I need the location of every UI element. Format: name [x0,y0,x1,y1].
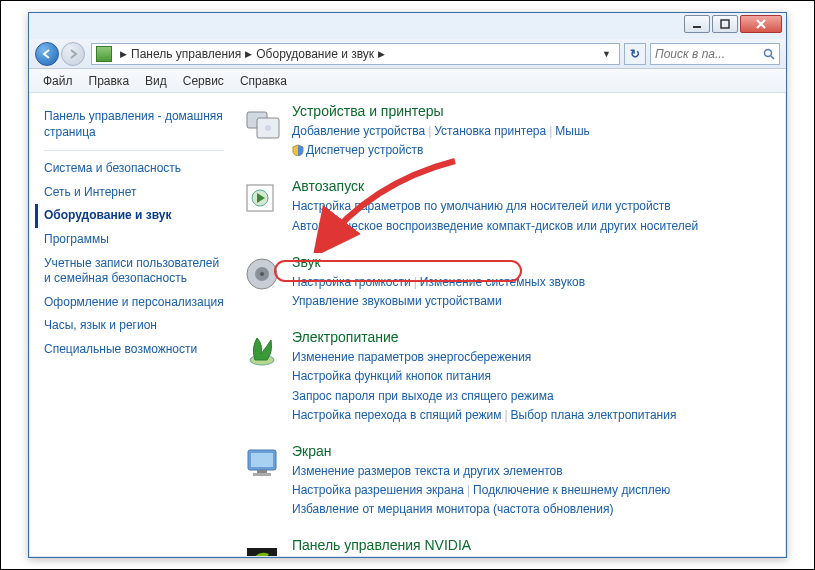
power-icon [242,329,282,369]
task-link[interactable]: Диспетчер устройств [306,143,423,157]
sidebar-item[interactable]: Учетные записи пользователей и семейная … [44,252,224,291]
task-link[interactable]: Управление звуковыми устройствами [292,294,502,308]
svg-rect-18 [253,473,271,476]
task-link[interactable]: Изменение параметров энергосбережения [292,350,531,364]
sidebar-item[interactable]: Часы, язык и регион [44,314,224,338]
task-link[interactable]: Добавление устройства [292,124,425,138]
refresh-button[interactable]: ↻ [624,43,646,65]
task-link[interactable]: Изменение системных звуков [420,275,585,289]
chevron-down-icon[interactable]: ▼ [602,49,611,59]
task-link[interactable]: Изменение размеров текста и других элеме… [292,464,563,478]
nav-forward-button [61,42,85,66]
task-link[interactable]: Настройка перехода в спящий режим [292,408,501,422]
task-link[interactable]: Настройка параметров по умолчанию для но… [292,199,671,213]
search-box[interactable] [650,43,780,65]
nvidia-icon [242,537,282,556]
svg-rect-1 [721,20,729,28]
control-panel-icon [96,46,112,62]
search-input[interactable] [655,47,763,61]
menu-файл[interactable]: Файл [35,74,81,88]
chevron-right-icon: ▶ [245,49,252,59]
chevron-right-icon: ▶ [120,49,127,59]
menu-правка[interactable]: Правка [81,74,138,88]
devices-icon [242,103,282,143]
sidebar-item[interactable]: Оформление и персонализация [44,291,224,315]
sidebar-item[interactable]: Специальные возможности [44,338,224,362]
content-area: Устройства и принтерыДобавление устройст… [230,93,785,556]
svg-point-4 [765,49,772,56]
category-autoplay[interactable]: Автозапуск [292,178,773,194]
category-power[interactable]: Электропитание [292,329,773,345]
shield-icon [292,144,304,156]
task-link[interactable]: Мышь [555,124,590,138]
task-link[interactable]: Запрос пароля при выходе из спящего режи… [292,389,554,403]
task-link[interactable]: Выбор плана электропитания [511,408,677,422]
task-link[interactable]: Настройка громкости [292,275,411,289]
minimize-button[interactable] [684,15,710,33]
sound-icon [242,254,282,294]
breadcrumb-root[interactable]: Панель управления [131,47,241,61]
svg-point-8 [265,125,271,131]
menu-сервис[interactable]: Сервис [175,74,232,88]
chevron-right-icon: ▶ [378,49,385,59]
close-button[interactable] [740,15,782,33]
breadcrumb[interactable]: ▶ Панель управления ▶ Оборудование и зву… [91,43,620,65]
task-link[interactable]: Избавление от мерцания монитора (частота… [292,502,613,516]
svg-line-5 [771,56,774,59]
category-sound[interactable]: Звук [292,254,773,270]
svg-rect-16 [251,453,273,467]
autoplay-icon [242,178,282,218]
task-link[interactable]: Автоматическое воспроизведение компакт-д… [292,219,698,233]
menubar: ФайлПравкаВидСервисСправка [29,69,786,93]
sidebar-item[interactable]: Система и безопасность [44,157,224,181]
task-link[interactable]: Подключение к внешнему дисплею [473,483,670,497]
task-link[interactable]: Настройка функций кнопок питания [292,369,491,383]
sidebar: Панель управления - домашняя страницаСис… [30,93,230,556]
category-display[interactable]: Экран [292,443,773,459]
menu-вид[interactable]: Вид [137,74,175,88]
sidebar-item[interactable]: Программы [44,228,224,252]
task-link[interactable]: Установка принтера [434,124,546,138]
nav-back-button[interactable] [35,42,59,66]
task-link[interactable]: Настройка разрешения экрана [292,483,464,497]
category-devices[interactable]: Устройства и принтеры [292,103,773,119]
svg-point-13 [260,272,264,276]
sidebar-item[interactable]: Сеть и Интернет [44,181,224,205]
category-nvidia[interactable]: Панель управления NVIDIA [292,537,773,553]
display-icon [242,443,282,483]
search-icon [763,48,775,60]
menu-справка[interactable]: Справка [232,74,295,88]
maximize-button[interactable] [712,15,738,33]
svg-rect-17 [257,470,267,473]
sidebar-item[interactable]: Оборудование и звук [35,204,224,228]
sidebar-home[interactable]: Панель управления - домашняя страница [44,105,224,144]
breadcrumb-current[interactable]: Оборудование и звук [256,47,374,61]
